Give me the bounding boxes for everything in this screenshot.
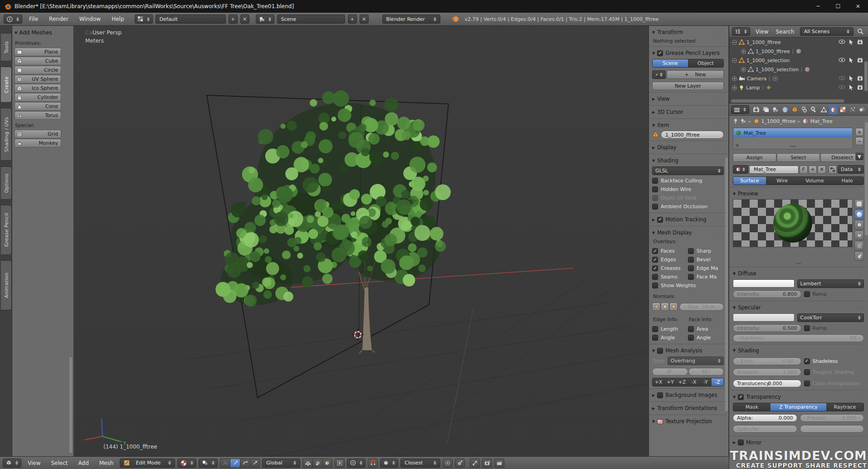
gp-scene-toggle[interactable]: Scene [653,59,688,67]
snap-target-select[interactable]: Closest [400,459,440,468]
list-resize-grip[interactable]: ══ [790,144,795,149]
add-material-slot-button[interactable]: + [855,128,863,136]
specular-color-swatch[interactable] [733,313,795,322]
add-uv-sphere-button[interactable]: UV Sphere [15,75,61,83]
toolshelf-scrollbar[interactable] [69,357,72,453]
outliner-row-selection-object[interactable]: − 1_1000_selection [729,56,868,65]
browse-material-button[interactable] [733,165,748,174]
ambient-occlusion-row[interactable]: Ambient Occlusion [652,202,724,211]
preview-world-sphere-button[interactable] [854,251,864,261]
visibility-eye-icon[interactable] [839,58,845,62]
shadeless-row[interactable]: Shadeless [804,357,864,366]
screen-layout-name[interactable]: Default [156,15,226,24]
add-plane-button[interactable]: Plane [15,48,61,56]
selectability-cursor-icon[interactable] [849,58,853,63]
axis-minus-z[interactable]: -Z [712,378,723,386]
face-normals-toggle[interactable] [669,303,678,311]
tab-options[interactable]: Options [1,166,12,200]
mirror-panel-header[interactable]: ▶Mirror [733,438,864,447]
manipulate-center-toggle[interactable] [470,459,480,468]
show-weights-row[interactable]: Show Weights [652,281,724,290]
pivot-point-button[interactable] [199,459,218,468]
tangent-shading-row[interactable]: Tangent Shading [804,368,864,376]
material-slot-row[interactable]: Mat_Tree [734,128,852,137]
visibility-eye-icon[interactable] [839,39,845,44]
fake-user-button[interactable]: F [800,166,808,174]
outliner-row-fftree-object[interactable]: − 1_1000_fftree [729,38,868,47]
expand-icon[interactable]: + [732,76,737,81]
maximize-button[interactable]: ☐ [828,0,848,13]
backface-culling-row[interactable]: Backface Culling [652,176,724,185]
faces-row[interactable]: Faces [652,247,688,255]
tab-object[interactable] [790,105,799,114]
add-torus-button[interactable]: Torus [15,111,61,120]
material-name-field[interactable]: Mat_Tree [749,166,799,174]
snap-peel-toggle[interactable] [443,459,453,468]
tab-modifiers[interactable] [810,105,819,114]
expand-icon[interactable]: + [741,49,746,54]
motion-tracking-panel-header[interactable]: ▶Motion Tracking:::: [652,215,724,224]
face-angle-row[interactable]: Angle [688,333,724,342]
snap-element-button[interactable] [380,459,398,468]
hardness-field[interactable]: ‹Hardness:50› [733,334,864,342]
scale-manipulator-toggle[interactable] [250,459,260,468]
transform-panel-header[interactable]: ▼Transform:::: [652,28,724,37]
rotate-manipulator-toggle[interactable] [240,459,250,468]
node-tree-icon[interactable] [741,118,746,124]
screen-layout-icon-button[interactable] [135,15,153,24]
face-area-row[interactable]: Area [688,325,724,333]
expand-icon[interactable]: + [741,67,746,72]
menu-help[interactable]: Help [107,14,128,24]
collapse-icon[interactable]: − [732,58,737,63]
face-marks-row[interactable]: Face Ma [688,273,724,281]
add-layout-button[interactable]: + [229,15,238,24]
analysis-max-field[interactable]: ‹45°› [688,368,724,376]
close-layout-button[interactable]: ✕ [240,15,249,24]
mesh-display-panel-header[interactable]: ▼Mesh Display:::: [652,228,724,237]
view-panel-header[interactable]: ▶View:::: [652,94,724,103]
add-menu[interactable]: Add [74,458,93,468]
menu-file[interactable]: File [25,14,42,24]
add-monkey-button[interactable]: Monkey [15,139,61,147]
preview-monkey-button[interactable] [854,230,864,240]
texture-projection-panel-header[interactable]: ▼ Texture Projection [652,417,724,426]
axis-minus-y[interactable]: -Y [700,378,712,386]
properties-scrollbar[interactable] [865,122,868,235]
viewport-type-selector[interactable] [3,459,21,468]
mesh-analysis-panel-header[interactable]: ▼Mesh Analysis:::: [652,346,724,355]
link-data-select[interactable]: Data [838,165,864,174]
item-panel-header[interactable]: ▼Item:::: [652,121,724,130]
snap-toggle[interactable] [368,459,378,468]
loose-normals-toggle[interactable] [661,303,669,311]
background-images-panel-header[interactable]: ▶Background Images [652,391,724,400]
new-material-button[interactable]: + [809,166,817,174]
add-circle-button[interactable]: Circle [15,66,61,74]
transform-orientations-panel-header[interactable]: ▶Transform Orientations [652,404,724,413]
outliner-view-menu[interactable]: View [754,28,770,36]
renderability-camera-icon[interactable] [857,58,863,63]
remove-material-slot-button[interactable]: − [855,137,863,145]
visibility-eye-icon[interactable] [839,85,845,89]
sharp-row[interactable]: Sharp [688,247,724,255]
diffuse-color-swatch[interactable] [733,279,795,288]
axis-minus-x[interactable]: -X [688,378,700,386]
renderability-camera-icon[interactable] [857,76,863,81]
display-panel-header[interactable]: ▶Display:::: [652,143,724,152]
3d-cursor-panel-header[interactable]: ▶3D Cursor:::: [652,107,724,117]
outliner-row-lamp[interactable]: + Lamp [729,83,868,92]
tab-animation[interactable]: Animation [1,260,12,310]
limit-to-visible-toggle[interactable] [335,459,345,468]
normals-size-field[interactable]: ‹Size: 10cm› [679,303,724,311]
gp-pencil-button[interactable] [652,70,666,79]
select-button[interactable]: Select [777,153,820,162]
specular-intensity-slider[interactable]: Intensity:0.500 [733,324,801,332]
edges-row[interactable]: Edges [652,255,688,264]
render-engine-select[interactable]: Blender Render [382,15,440,24]
collapse-icon[interactable]: − [732,40,737,45]
preview-hair-button[interactable] [854,241,864,250]
tab-world[interactable] [781,105,790,114]
tab-scene[interactable] [771,105,780,114]
cubic-interpolation-row[interactable]: Cubic Interpolation [804,379,864,388]
add-cylinder-button[interactable]: Cylinder [15,93,61,102]
proportional-edit-button[interactable] [347,459,366,468]
